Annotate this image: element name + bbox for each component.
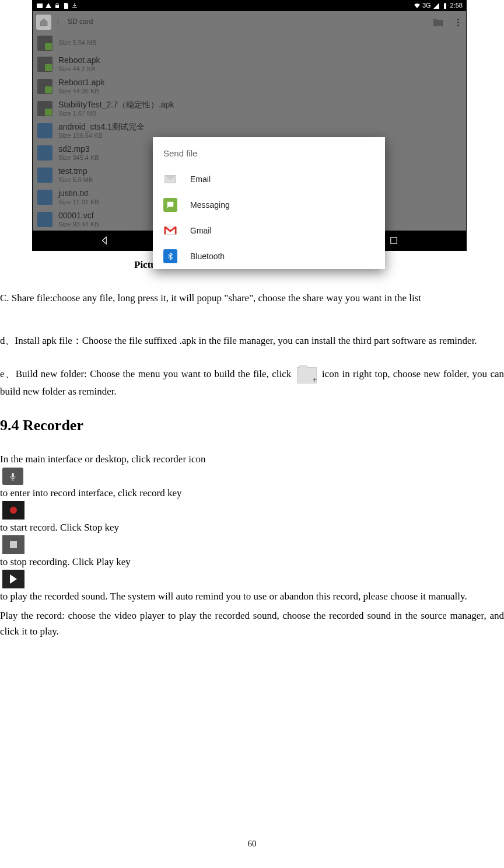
recents-icon[interactable] bbox=[388, 235, 399, 246]
file-icon bbox=[37, 145, 52, 161]
recorder-paragraph-1: In the main interface or desktop, click … bbox=[0, 451, 504, 604]
recorder-paragraph-2: Play the record: choose the video player… bbox=[0, 608, 504, 639]
home-icon[interactable] bbox=[36, 15, 51, 30]
dialog-item-email[interactable]: Email bbox=[153, 166, 385, 192]
record-icon bbox=[2, 501, 24, 520]
file-name: android_cts4.1测试完全 bbox=[58, 122, 145, 132]
file-name: StabilityTest_2.7（稳定性）.apk bbox=[58, 100, 174, 110]
lock-icon bbox=[54, 2, 61, 9]
status-icon bbox=[36, 2, 43, 9]
battery-icon bbox=[442, 2, 449, 9]
back-icon[interactable] bbox=[100, 235, 110, 246]
network-label: 3G bbox=[422, 1, 431, 11]
file-name: Reboot.apk bbox=[58, 55, 100, 65]
file-size: Size 44.06 KB bbox=[58, 88, 104, 95]
gmail-icon bbox=[163, 224, 177, 238]
dialog-item-label: Gmail bbox=[190, 224, 212, 237]
mic-icon bbox=[2, 468, 23, 485]
signal-icon bbox=[433, 2, 440, 9]
file-icon bbox=[37, 123, 52, 138]
file-size: Size 1.67 MB bbox=[58, 110, 174, 117]
sd-icon bbox=[62, 2, 69, 9]
paragraph-d: d、Install apk file：Choose the file suffi… bbox=[0, 333, 504, 348]
file-size: Size 11.91 KB bbox=[58, 198, 99, 206]
send-file-dialog: Send file Email Messaging bbox=[153, 137, 385, 269]
file-name: justin.txt bbox=[58, 189, 99, 198]
list-item[interactable]: Reboot.apk Size 44.2 KB bbox=[33, 53, 466, 75]
file-icon bbox=[37, 168, 52, 183]
svg-text:+: + bbox=[441, 23, 444, 29]
paragraph-e: e、Build new folder: Choose the menu you … bbox=[0, 366, 504, 399]
apk-icon bbox=[37, 57, 52, 72]
svg-rect-3 bbox=[444, 3, 446, 4]
overflow-menu-icon[interactable] bbox=[457, 19, 459, 26]
status-bar: 3G 2:58 bbox=[33, 1, 466, 11]
play-icon bbox=[2, 570, 24, 588]
dialog-item-gmail[interactable]: Gmail bbox=[153, 218, 385, 243]
apk-icon bbox=[37, 79, 52, 94]
file-size: Size 5.0 MB bbox=[58, 176, 93, 184]
dialog-item-label: Email bbox=[190, 173, 211, 186]
list-item[interactable]: Size 5.94 MB bbox=[33, 33, 466, 53]
warning-icon bbox=[45, 2, 52, 9]
dialog-title: Send file bbox=[153, 137, 385, 166]
dialog-item-label: Messaging bbox=[190, 198, 230, 211]
apk-icon bbox=[37, 36, 52, 51]
dialog-item-label: Bluetooth bbox=[190, 250, 225, 263]
svg-rect-1 bbox=[55, 5, 59, 8]
file-name: Reboot1.apk bbox=[58, 78, 104, 88]
svg-rect-0 bbox=[37, 4, 43, 8]
stop-icon bbox=[2, 535, 24, 554]
messaging-icon bbox=[163, 198, 177, 212]
file-size: Size 93.44 KB bbox=[58, 221, 99, 228]
chevron-right-icon: 〉 bbox=[56, 16, 63, 27]
svg-rect-7 bbox=[12, 473, 14, 477]
folder-plus-icon: + bbox=[297, 367, 317, 384]
list-item[interactable]: StabilityTest_2.7（稳定性）.apk Size 1.67 MB bbox=[33, 97, 466, 120]
file-size: Size 156.54 KB bbox=[58, 132, 145, 140]
file-icon bbox=[37, 190, 52, 205]
file-name: 00001.vcf bbox=[58, 211, 99, 221]
dialog-item-bluetooth[interactable]: Bluetooth bbox=[153, 243, 385, 269]
wifi-icon bbox=[414, 2, 421, 9]
file-name: test.tmp bbox=[58, 166, 93, 176]
file-size: Size 44.2 KB bbox=[58, 65, 100, 73]
download-icon bbox=[71, 2, 78, 9]
file-size: Size 5.94 MB bbox=[58, 39, 96, 47]
file-size: Size 345.4 KB bbox=[58, 154, 99, 162]
android-screenshot: 3G 2:58 〉 SD card + Size 5.94 MB bbox=[32, 0, 467, 251]
apk-icon bbox=[37, 101, 52, 116]
svg-rect-6 bbox=[391, 238, 397, 244]
app-bar: 〉 SD card + bbox=[33, 11, 466, 33]
file-list: Size 5.94 MB Reboot.apk Size 44.2 KB Reb… bbox=[33, 33, 466, 231]
svg-rect-2 bbox=[444, 4, 446, 9]
file-name: sd2.mp3 bbox=[58, 144, 99, 154]
list-item[interactable]: Reboot1.apk Size 44.06 KB bbox=[33, 75, 466, 97]
file-icon bbox=[37, 212, 52, 227]
clock-label: 2:58 bbox=[450, 1, 463, 11]
new-folder-icon[interactable]: + bbox=[432, 16, 444, 29]
paragraph-c: C. Share file:choose any file, long pres… bbox=[0, 290, 504, 306]
email-icon bbox=[163, 172, 177, 186]
breadcrumb[interactable]: SD card bbox=[68, 16, 93, 27]
dialog-item-messaging[interactable]: Messaging bbox=[153, 192, 385, 218]
page-number: 60 bbox=[0, 836, 504, 850]
bluetooth-icon bbox=[163, 249, 177, 263]
section-title: 9.4 Recorder bbox=[0, 413, 504, 438]
